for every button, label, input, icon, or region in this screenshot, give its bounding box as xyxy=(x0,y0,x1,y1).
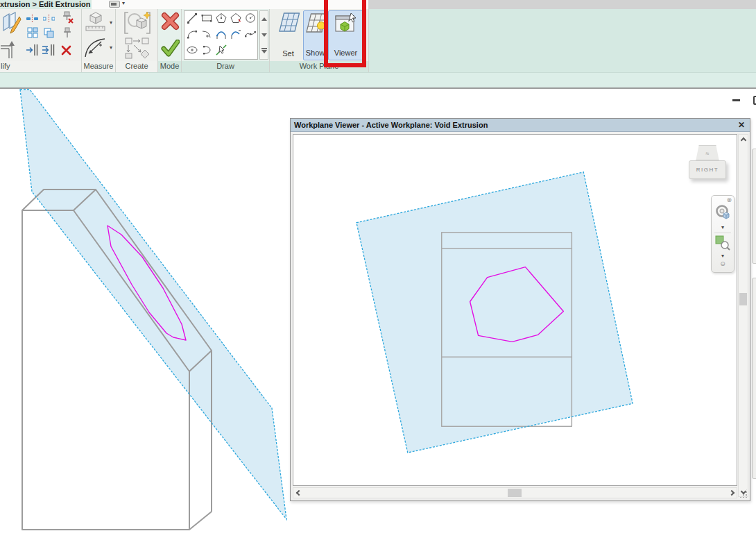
cut-gap-icon[interactable] xyxy=(26,13,38,26)
chevron-down-icon[interactable]: ▾ xyxy=(110,20,112,26)
ribbon-display-toggle-icon[interactable] xyxy=(109,1,120,8)
pin-icon[interactable] xyxy=(62,27,72,42)
viewer-canvas[interactable] xyxy=(293,134,737,486)
corner-arrow-icon[interactable] xyxy=(0,40,21,63)
set-workplane-label: Set xyxy=(282,49,294,58)
align-icon[interactable] xyxy=(25,44,38,59)
draw-fillet-arc-icon[interactable] xyxy=(229,28,243,42)
draw-arc-icon[interactable] xyxy=(185,28,199,42)
finish-icon[interactable] xyxy=(161,40,180,60)
zoom-icon[interactable] xyxy=(715,235,730,253)
show-workplane-label: Show xyxy=(306,49,325,57)
scroll-right-icon[interactable] xyxy=(726,488,737,498)
draw-partial-ellipse-icon[interactable] xyxy=(200,44,214,58)
set-workplane-button[interactable]: Set xyxy=(275,10,301,60)
ribbon: lify ▾ ▾ xyxy=(0,9,756,72)
navigation-bar: ⊗ ▾ xyxy=(711,195,734,273)
viewer-title-bar[interactable]: Workplane Viewer - Active Workplane: Voi… xyxy=(291,119,750,132)
draw-pick-lines-icon[interactable] xyxy=(214,44,228,58)
vertical-scroll-thumb[interactable] xyxy=(739,293,747,305)
overlap-squares-icon[interactable] xyxy=(43,27,54,41)
viewcube-top-face[interactable]: ≈ xyxy=(692,145,723,160)
draw-circle-icon[interactable] xyxy=(243,12,257,26)
chevron-down-icon[interactable]: ▾ xyxy=(122,1,125,6)
create-group-icon[interactable] xyxy=(123,10,152,38)
annotation-highlight-box xyxy=(324,0,366,67)
viewcube[interactable]: ≈ RIGHT xyxy=(687,144,728,184)
options-bar xyxy=(0,72,756,89)
restore-view-icon[interactable] xyxy=(753,96,756,105)
navbar-divider xyxy=(714,233,731,233)
measure-length-icon[interactable] xyxy=(84,12,108,35)
gallery-scroll-up-icon[interactable] xyxy=(260,11,268,26)
match-squares-icon[interactable] xyxy=(27,27,38,41)
panel-label-mode[interactable]: Mode xyxy=(158,61,181,72)
scroll-left-icon[interactable] xyxy=(293,488,304,498)
navbar-zoom-caret-icon[interactable]: ▾ xyxy=(721,253,724,259)
viewer-drawing[interactable] xyxy=(293,135,737,485)
navbar-minimize-icon[interactable]: ⊖ xyxy=(720,261,725,267)
steering-wheel-icon[interactable] xyxy=(714,204,731,225)
panel-label-measure[interactable]: Measure xyxy=(82,61,115,72)
panel-label-create[interactable]: Create xyxy=(116,61,157,72)
workplane-viewer-window: Workplane Viewer - Active Workplane: Voi… xyxy=(290,118,750,501)
gallery-expand-icon[interactable] xyxy=(260,44,268,59)
tab-row-filler xyxy=(368,0,756,9)
draw-tangent-arc-icon[interactable] xyxy=(214,28,228,42)
draw-ellipse-icon[interactable] xyxy=(185,44,199,58)
measure-angle-icon[interactable] xyxy=(83,35,108,62)
scroll-up-icon[interactable] xyxy=(739,135,748,145)
draw-center-arc-icon[interactable] xyxy=(200,28,214,42)
chevron-down-icon[interactable]: ▾ xyxy=(110,45,112,51)
app-scrollbar-sliver-top[interactable] xyxy=(752,149,756,264)
show-workplane-icon xyxy=(304,12,327,35)
ribbon-toggle-inner xyxy=(111,3,117,6)
set-workplane-icon xyxy=(277,12,300,34)
close-icon[interactable]: ✕ xyxy=(738,120,745,130)
delete-icon[interactable] xyxy=(61,45,71,58)
cancel-icon[interactable] xyxy=(161,12,180,33)
gallery-scroll-down-icon[interactable] xyxy=(260,27,268,42)
draw-spline-icon[interactable] xyxy=(243,28,257,42)
revit-app-window: xtrusion > Edit Extrusion ▾ xyxy=(0,0,756,547)
unpin-icon[interactable] xyxy=(61,10,75,27)
create-similar-icon[interactable] xyxy=(124,37,151,62)
panel-create: Create xyxy=(116,9,158,72)
panel-mode: Mode xyxy=(158,9,182,72)
panel-modify: lify xyxy=(0,9,82,72)
horizontal-scroll-thumb[interactable] xyxy=(508,489,522,497)
panel-measure: ▾ ▾ Measure xyxy=(82,9,116,72)
panel-label-modify[interactable]: lify xyxy=(0,61,81,72)
drawing-area[interactable]: Workplane Viewer - Active Workplane: Voi… xyxy=(0,89,756,547)
panel-label-draw[interactable]: Draw xyxy=(182,61,269,72)
navbar-close-icon[interactable]: ⊗ xyxy=(726,197,732,203)
viewer-horizontal-scrollbar[interactable] xyxy=(293,487,737,498)
navbar-wheel-caret-icon[interactable]: ▾ xyxy=(721,225,724,230)
cut-segment-icon[interactable] xyxy=(43,13,55,26)
minimize-view-icon[interactable] xyxy=(732,99,740,101)
modify-edit-icon[interactable] xyxy=(1,11,22,39)
app-scrollbar-sliver-bottom[interactable] xyxy=(752,278,756,479)
ribbon-tab-row: xtrusion > Edit Extrusion ▾ xyxy=(0,0,756,9)
viewcube-right-face[interactable]: RIGHT xyxy=(689,160,726,179)
draw-polygon-circumscribed-icon[interactable] xyxy=(229,12,243,26)
draw-rectangle-icon[interactable] xyxy=(200,12,214,26)
draw-line-icon[interactable] xyxy=(185,12,199,26)
draw-tool-gallery xyxy=(184,10,258,60)
indent-icon[interactable] xyxy=(42,44,55,59)
ribbon-contextual-filler xyxy=(369,9,756,72)
draw-polygon-inscribed-icon[interactable] xyxy=(214,12,228,26)
viewer-vertical-scrollbar[interactable] xyxy=(738,134,748,497)
draw-gallery-scrollbar xyxy=(259,10,268,60)
contextual-tab-edit-extrusion[interactable]: xtrusion > Edit Extrusion xyxy=(0,0,92,9)
panel-draw: Draw xyxy=(182,9,270,72)
